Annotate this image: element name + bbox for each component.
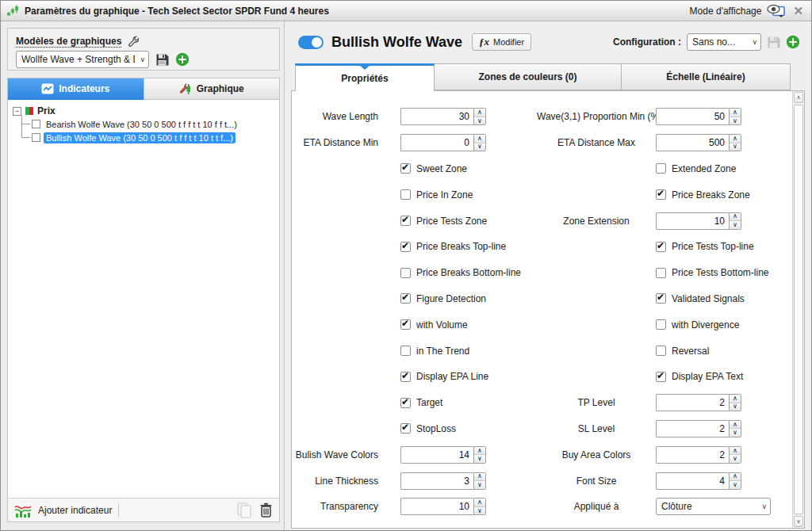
bulish-wave-colors-spinner[interactable]: ∧∨ — [400, 446, 486, 464]
add-indicator-button[interactable]: Ajouter indicateur — [38, 505, 112, 516]
spin-down-icon[interactable]: ∨ — [730, 403, 741, 411]
zone-extension-input[interactable] — [656, 212, 729, 230]
scroll-up-icon[interactable]: ∧ — [794, 92, 803, 103]
save-configuration-icon[interactable] — [767, 36, 780, 49]
wrench-icon[interactable] — [128, 36, 139, 47]
spin-down-icon[interactable]: ∨ — [730, 117, 741, 125]
sl-level-spinner[interactable]: ∧∨ — [656, 420, 741, 437]
checkbox-label: Price Tests Zone — [416, 216, 487, 227]
spin-down-icon[interactable]: ∨ — [730, 143, 741, 151]
field-label: ETA Distance Max — [537, 137, 656, 148]
spin-down-icon[interactable]: ∨ — [474, 481, 485, 489]
price-in-zone-checkbox[interactable] — [400, 189, 411, 200]
spin-down-icon[interactable]: ∨ — [730, 221, 741, 229]
close-icon[interactable]: ✕ — [791, 4, 805, 18]
indicator-enabled-toggle[interactable] — [298, 36, 324, 49]
configuration-select[interactable]: Sans no... ∨ — [687, 33, 761, 51]
validated-signals-checkbox[interactable] — [656, 293, 666, 304]
tp-level-spinner[interactable]: ∧∨ — [656, 394, 741, 411]
template-select[interactable]: Wollfe Wave + Strength & Di(1) ∨ — [16, 51, 149, 68]
font-size-spinner[interactable]: ∧∨ — [656, 472, 741, 490]
spin-down-icon[interactable]: ∨ — [730, 429, 741, 437]
tab-zones-de-couleurs[interactable]: Zones de couleurs (0) — [435, 63, 622, 90]
trash-icon[interactable] — [259, 502, 273, 518]
tp-level-input[interactable] — [656, 394, 729, 411]
zone-extension-spinner[interactable]: ∧∨ — [656, 212, 741, 230]
eta-distance-min-spinner[interactable]: ∧∨ — [400, 134, 486, 151]
buy-area-colors-input[interactable] — [656, 446, 729, 464]
price-breaks-zone-checkbox[interactable] — [656, 189, 666, 200]
spin-down-icon[interactable]: ∨ — [730, 481, 741, 489]
spin-up-icon[interactable]: ∧ — [730, 395, 741, 403]
figure-detection-checkbox[interactable] — [400, 293, 411, 304]
add-template-icon[interactable] — [175, 52, 190, 67]
spin-down-icon[interactable]: ∨ — [730, 455, 741, 463]
bulish-wave-colors-input[interactable] — [400, 446, 473, 464]
font-size-input[interactable] — [656, 472, 729, 490]
scrollbar-thumb[interactable] — [794, 105, 803, 514]
price-tests-top-line-checkbox[interactable] — [656, 242, 666, 252]
display-epa-text-checkbox[interactable] — [656, 372, 666, 382]
wave-length-spinner[interactable]: ∧∨ — [400, 108, 486, 125]
spin-up-icon[interactable]: ∧ — [730, 473, 741, 482]
tab-echelle[interactable]: Échelle (Linéaire) — [622, 63, 791, 90]
wave31-proportion-min-input[interactable] — [656, 108, 729, 125]
sl-level-input[interactable] — [656, 420, 729, 437]
display-mode-icon[interactable] — [767, 4, 786, 17]
tab-proprietes[interactable]: Propriétés — [295, 63, 435, 91]
reversal-checkbox[interactable] — [656, 346, 666, 356]
spin-up-icon[interactable]: ∧ — [730, 135, 741, 143]
vertical-scrollbar[interactable]: ∧ ∨ — [792, 91, 804, 528]
stoploss-checkbox[interactable] — [400, 423, 411, 434]
price-breaks-top-line-checkbox[interactable] — [400, 242, 411, 252]
spin-down-icon[interactable]: ∨ — [474, 143, 485, 151]
eta-distance-max-spinner[interactable]: ∧∨ — [656, 134, 741, 151]
spin-up-icon[interactable]: ∧ — [474, 473, 485, 482]
target-checkbox[interactable] — [400, 398, 411, 408]
add-configuration-icon[interactable] — [786, 35, 800, 49]
in-the-trend-checkbox[interactable] — [400, 346, 411, 356]
transparency-spinner[interactable]: ∧∨ — [400, 498, 486, 515]
spin-down-icon[interactable]: ∨ — [474, 507, 485, 515]
spin-up-icon[interactable]: ∧ — [474, 109, 485, 117]
duplicate-icon[interactable] — [236, 502, 253, 518]
spin-up-icon[interactable]: ∧ — [474, 447, 485, 456]
field-label: SL Level — [537, 423, 656, 434]
bearish-wolfe-checkbox[interactable] — [32, 120, 40, 128]
scroll-down-icon[interactable]: ∨ — [794, 516, 803, 527]
modify-formula-button[interactable]: ƒx Modifier — [472, 33, 531, 51]
line-thickness-input[interactable] — [400, 472, 473, 490]
eta-distance-min-input[interactable] — [400, 134, 473, 151]
spin-down-icon[interactable]: ∨ — [474, 455, 485, 463]
price-tests-bottom-line-checkbox[interactable] — [656, 268, 666, 278]
with-divergence-checkbox[interactable] — [656, 319, 666, 330]
buy-area-colors-spinner[interactable]: ∧∨ — [656, 446, 741, 464]
wave31-proportion-min-spinner[interactable]: ∧∨ — [656, 108, 741, 125]
tree-root-prix[interactable]: − Prix — [13, 105, 276, 117]
spin-up-icon[interactable]: ∧ — [730, 421, 741, 430]
spin-down-icon[interactable]: ∨ — [474, 117, 485, 125]
tree-item-bullish-wolfe-wave[interactable]: Bullish Wolfe Wave (30 50 0 500 t f f t … — [21, 131, 276, 144]
applique-a-select[interactable]: Clôture∨ — [656, 498, 771, 515]
spin-up-icon[interactable]: ∧ — [730, 213, 741, 222]
tab-graphic[interactable]: Graphique — [144, 78, 280, 100]
tab-indicators[interactable]: Indicateurs — [8, 78, 144, 100]
collapse-icon[interactable]: − — [13, 107, 21, 116]
extended-zone-checkbox[interactable] — [656, 163, 666, 174]
price-tests-zone-checkbox[interactable] — [400, 216, 411, 226]
spin-up-icon[interactable]: ∧ — [474, 135, 485, 143]
spin-up-icon[interactable]: ∧ — [730, 447, 741, 456]
eta-distance-max-input[interactable] — [656, 134, 729, 151]
tree-item-bearish-wolfe-wave[interactable]: Bearish Wolfe Wave (30 50 0 500 t f f t … — [21, 117, 276, 131]
bullish-wolfe-checkbox[interactable] — [32, 133, 40, 142]
spin-up-icon[interactable]: ∧ — [474, 499, 485, 507]
line-thickness-spinner[interactable]: ∧∨ — [400, 472, 486, 490]
spin-up-icon[interactable]: ∧ — [730, 109, 741, 117]
price-breaks-bottom-line-checkbox[interactable] — [400, 268, 411, 278]
sweet-zone-checkbox[interactable] — [400, 163, 411, 174]
wave-length-input[interactable] — [400, 108, 473, 125]
display-epa-line-checkbox[interactable] — [400, 372, 411, 382]
with-volume-checkbox[interactable] — [400, 319, 411, 330]
transparency-input[interactable] — [400, 498, 473, 515]
save-template-icon[interactable] — [155, 53, 169, 67]
